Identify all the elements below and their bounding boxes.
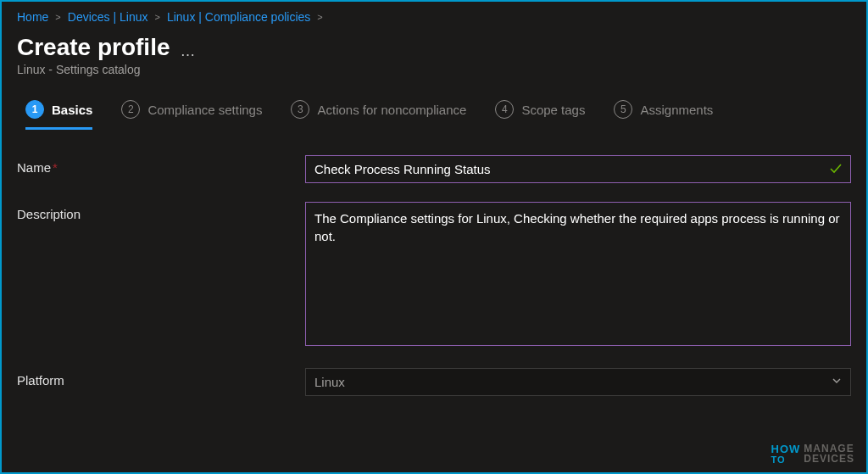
page-header: Create profile … [2, 29, 866, 61]
description-textarea[interactable] [305, 202, 851, 346]
platform-label: Platform [17, 368, 305, 388]
required-indicator: * [53, 160, 58, 175]
step-number: 2 [121, 100, 140, 119]
tab-label: Scope tags [521, 103, 585, 117]
tab-label: Basics [52, 103, 92, 117]
more-icon[interactable]: … [181, 36, 198, 60]
tab-label: Actions for noncompliance [317, 103, 466, 117]
step-number: 1 [25, 100, 44, 119]
chevron-right-icon: > [154, 12, 159, 22]
check-icon [829, 162, 843, 178]
watermark-logo: HOW TO MANAGE DEVICES [771, 444, 854, 464]
platform-select: Linux [305, 368, 851, 396]
breadcrumb-devices-linux[interactable]: Devices | Linux [68, 10, 148, 24]
tab-actions-noncompliance[interactable]: 3 Actions for noncompliance [291, 100, 466, 130]
name-input[interactable] [305, 155, 851, 183]
page-title: Create profile [17, 34, 170, 61]
form-row-platform: Platform Linux [17, 368, 851, 396]
step-number: 3 [291, 100, 309, 119]
description-label: Description [17, 202, 305, 221]
form-row-description: Description [17, 202, 851, 349]
breadcrumb: Home > Devices | Linux > Linux | Complia… [2, 2, 866, 29]
tab-compliance-settings[interactable]: 2 Compliance settings [121, 100, 262, 130]
tab-assignments[interactable]: 5 Assignments [614, 100, 713, 130]
breadcrumb-home[interactable]: Home [17, 10, 48, 24]
tab-label: Assignments [640, 103, 713, 117]
tab-basics[interactable]: 1 Basics [25, 100, 92, 130]
tab-scope-tags[interactable]: 4 Scope tags [495, 100, 585, 130]
chevron-right-icon: > [317, 12, 322, 22]
wizard-tabs: 1 Basics 2 Compliance settings 3 Actions… [2, 93, 866, 130]
chevron-down-icon [832, 376, 842, 388]
page-subtitle: Linux - Settings catalog [2, 61, 866, 93]
step-number: 5 [614, 100, 632, 119]
step-number: 4 [495, 100, 514, 119]
platform-value: Linux [314, 375, 345, 389]
chevron-right-icon: > [55, 12, 60, 22]
form-basics: Name* Description Platform Linux [2, 130, 866, 396]
form-row-name: Name* [17, 155, 851, 183]
breadcrumb-compliance-policies[interactable]: Linux | Compliance policies [167, 10, 310, 24]
name-label: Name* [17, 155, 305, 175]
tab-label: Compliance settings [147, 103, 262, 117]
